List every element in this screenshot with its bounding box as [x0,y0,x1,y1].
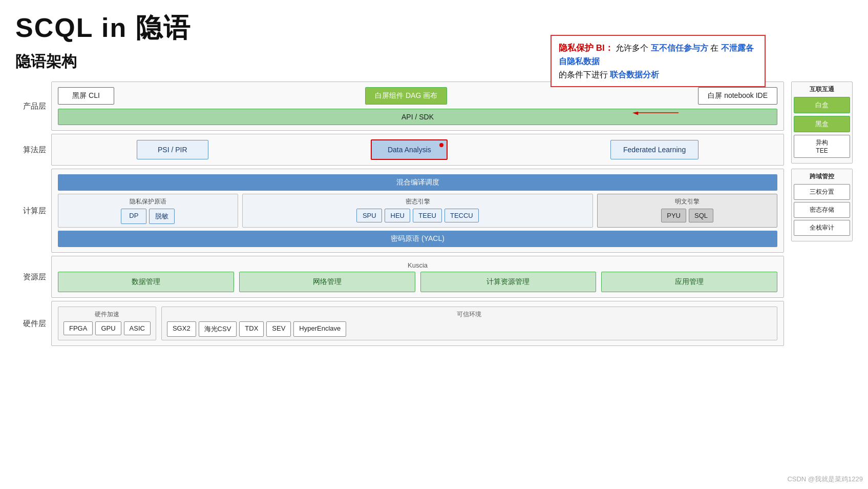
algo-psi-box: PSI / PIR [137,140,208,159]
arch-wrapper: 产品层 黑屏 CLI 白屏组件 DAG 画布 白屏 notebook IDE A… [15,82,853,346]
callout-highlight3: 联合数据分析 [610,70,659,79]
cipher-heu-box: HEU [385,209,410,222]
hw-sev: SEV [266,321,291,337]
compute-inner: 隐私保护原语 DP 脱敏 密态引擎 SPU HEU TEEU T [58,194,777,228]
hw-accel-boxes: FPGA GPU ASIC [63,321,151,335]
cipher-spu-box: SPU [356,209,382,222]
compute-content: 混合编译调度 隐私保护原语 DP 脱敏 密态引擎 SPU [51,169,784,253]
callout-box: 隐私保护 BI： 允许多个 互不信任参与方 在 不泄露各自隐私数据 的条件下进行… [551,35,766,87]
hw-sgx2: SGX2 [167,321,196,337]
resource-boxes: 数据管理 网络管理 计算资源管理 应用管理 [58,272,777,292]
hw-hygon: 海光CSV [199,321,237,337]
hw-accel-section: 硬件加速 FPGA GPU ASIC [58,307,156,340]
algo-layer-row: 算法层 PSI / PIR Data Analysis Federated Le… [15,134,784,166]
compute-layer-row: 计算层 混合编译调度 隐私保护原语 DP 脱敏 密态引擎 [15,169,784,253]
resource-layer-row: 资源层 Kuscia 数据管理 网络管理 计算资源管理 应用管理 [15,256,784,298]
compute-label: 计算层 [15,169,51,253]
sidebar-group-2: 跨域管控 三权分置 密态存储 全栈审计 [791,169,853,241]
privacy-dp-box: DP [121,209,146,224]
hw-trusted-section: 可信环境 SGX2 海光CSV TDX SEV HyperEnclave [161,307,777,340]
hw-gpu: GPU [95,321,121,335]
callout-text1: 允许多个 [616,44,648,52]
callout-text2: 在 [710,44,718,52]
algo-boxes-row: PSI / PIR Data Analysis Federated Learni… [58,139,777,160]
sidebar-group-1: 互联互通 白盒 黑盒 异构 TEE [791,82,853,164]
callout-text3: 的条件下进行 [559,70,608,79]
algo-content: PSI / PIR Data Analysis Federated Learni… [51,134,784,166]
algo-label: 算法层 [15,134,51,166]
sidebar-group2-title: 跨域管控 [794,172,850,181]
hw-asic: ASIC [124,321,151,335]
hw-fpga: FPGA [63,321,93,335]
cipher-teeu-box: TEEU [413,209,442,222]
cipher-boxes: SPU HEU TEEU TECCU [247,209,589,222]
privacy-desensitize-box: 脱敏 [149,209,175,224]
sidebar-blackbox: 黑盒 [794,116,850,132]
kuscia-label: Kuscia [58,261,777,269]
clear-section: 明文引擎 PYU SQL [597,194,777,228]
resource-label: 资源层 [15,256,51,298]
sidebar-cipher-storage: 密态存储 [794,202,850,218]
resource-network-mgmt: 网络管理 [239,272,415,292]
privacy-boxes: DP 脱敏 [62,209,234,224]
resource-data-mgmt: 数据管理 [58,272,234,292]
algo-data-analysis-box: Data Analysis [371,139,448,160]
hw-trusted-title: 可信环境 [167,310,772,319]
callout-bold-label: 隐私保护 BI： [559,43,613,53]
yacl-box: 密码原语 (YACL) [58,231,777,247]
sidebar-group1-title: 互联互通 [794,85,850,94]
product-label: 产品层 [15,82,51,131]
watermark: CSDN @我就是菜鸡1229 [787,475,863,484]
sidebar-whitebox: 白盒 [794,97,850,113]
hw-accel-title: 硬件加速 [63,310,151,319]
cipher-section: 密态引擎 SPU HEU TEEU TECCU [242,194,594,228]
clear-boxes: PYU SQL [602,209,773,222]
cipher-teccu-box: TECCU [444,209,479,222]
hw-hyperenclave: HyperEnclave [293,321,346,337]
sidebar-hetero-tee: 异构 TEE [794,135,850,158]
hw-tdx: TDX [239,321,264,337]
hardware-content: 硬件加速 FPGA GPU ASIC 可信环境 SGX2 海光CSV TDX [51,301,784,346]
hardware-inner: 硬件加速 FPGA GPU ASIC 可信环境 SGX2 海光CSV TDX [58,307,777,340]
privacy-section: 隐私保护原语 DP 脱敏 [58,194,238,228]
product-notebook-box: 白屏 notebook IDE [698,87,777,105]
product-dag-box: 白屏组件 DAG 画布 [365,87,447,105]
algo-federated-box: Federated Learning [610,140,698,159]
svg-marker-1 [632,112,638,115]
callout-arrow [632,97,679,128]
arch-sidebar: 互联互通 白盒 黑盒 异构 TEE 跨域管控 三权分置 密态存储 全栈审计 [791,82,853,346]
hardware-label: 硬件层 [15,301,51,346]
clear-pyu-box: PYU [661,209,686,222]
mix-scheduler-box: 混合编译调度 [58,174,777,191]
resource-content: Kuscia 数据管理 网络管理 计算资源管理 应用管理 [51,256,784,298]
clear-section-title: 明文引擎 [602,197,773,206]
hw-trusted-boxes: SGX2 海光CSV TDX SEV HyperEnclave [167,321,772,337]
sidebar-full-audit: 全栈审计 [794,220,850,236]
product-cli-box: 黑屏 CLI [58,87,114,105]
resource-app-mgmt: 应用管理 [601,272,777,292]
callout-highlight1: 互不信任参与方 [651,44,708,52]
sidebar-three-powers: 三权分置 [794,184,850,200]
cipher-section-title: 密态引擎 [247,197,589,206]
hardware-layer-row: 硬件层 硬件加速 FPGA GPU ASIC 可信环境 SGX2 [15,301,784,346]
clear-sql-box: SQL [689,209,713,222]
privacy-section-title: 隐私保护原语 [62,197,234,206]
resource-compute-mgmt: 计算资源管理 [420,272,597,292]
